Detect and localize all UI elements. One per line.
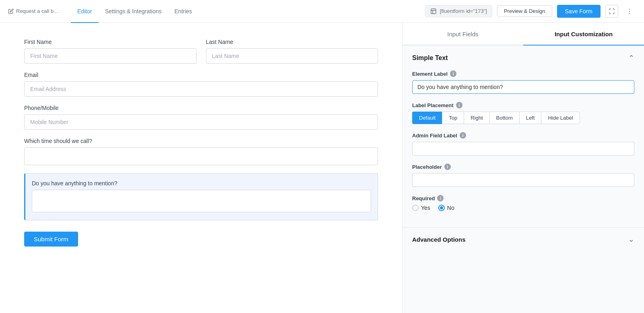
email-label: Email <box>24 72 378 78</box>
preview-button[interactable]: Preview & Design <box>497 5 552 17</box>
save-button[interactable]: Save Form <box>557 5 601 18</box>
shortcode-box[interactable]: [fluentform id="173"] <box>425 5 492 17</box>
label-placement-info[interactable]: i <box>456 102 462 108</box>
nav-tabs: Editor Settings & Integrations Entries <box>71 0 198 23</box>
breadcrumb-text: Request a call b... <box>16 8 58 14</box>
simple-text-section: Simple Text ⌃ Element Label i Label Plac… <box>402 46 644 227</box>
placeholder-heading: Placeholder i <box>412 164 634 170</box>
time-label: Which time should we call? <box>24 138 378 144</box>
form-area: First Name Last Name Email Phone/Mobile … <box>0 23 402 313</box>
required-heading: Required i <box>412 195 634 201</box>
advanced-title: Advanced Options <box>412 236 466 243</box>
last-name-input[interactable] <box>206 48 378 64</box>
nav-right: [fluentform id="173"] Preview & Design S… <box>425 5 636 18</box>
phone-field: Phone/Mobile <box>24 105 378 130</box>
last-name-label: Last Name <box>206 39 378 45</box>
tab-editor[interactable]: Editor <box>71 0 99 23</box>
placeholder-info[interactable]: i <box>444 164 451 170</box>
mention-label: Do you have anything to mention? <box>32 180 371 187</box>
required-group: Required i Yes No <box>412 195 634 211</box>
mention-field-selected: Do you have anything to mention? <box>24 173 378 220</box>
radio-group: Yes No <box>412 205 634 211</box>
tab-input-fields[interactable]: Input Fields <box>402 23 523 46</box>
collapse-toggle[interactable]: ⌃ <box>628 54 634 62</box>
fullscreen-button[interactable] <box>605 5 618 18</box>
last-name-field: Last Name <box>206 39 378 64</box>
time-input[interactable] <box>24 147 378 165</box>
phone-input[interactable] <box>24 114 378 130</box>
email-field: Email <box>24 72 378 97</box>
admin-field-label-heading: Admin Field Label i <box>412 132 634 139</box>
element-label-info[interactable]: i <box>450 70 456 77</box>
first-name-input[interactable] <box>24 48 196 64</box>
tab-entries[interactable]: Entries <box>168 0 199 23</box>
svg-point-1 <box>629 8 630 9</box>
advanced-options-header[interactable]: Advanced Options ⌄ <box>402 227 644 251</box>
more-options-button[interactable] <box>623 5 636 18</box>
admin-field-label-input[interactable] <box>412 142 634 155</box>
tab-input-customization[interactable]: Input Customization <box>523 23 644 46</box>
required-info[interactable]: i <box>437 195 444 201</box>
placement-right[interactable]: Right <box>464 112 489 124</box>
required-yes-radio[interactable] <box>412 205 419 211</box>
svg-point-3 <box>629 13 630 14</box>
phone-label: Phone/Mobile <box>24 105 378 111</box>
placement-left[interactable]: Left <box>519 112 541 124</box>
svg-point-2 <box>629 10 630 11</box>
placement-hide-label[interactable]: Hide Label <box>541 112 580 124</box>
fullscreen-icon <box>609 8 615 15</box>
element-label-group: Element Label i <box>412 70 634 94</box>
edit-icon <box>8 8 14 14</box>
placement-bottom[interactable]: Bottom <box>489 112 519 124</box>
required-no-radio[interactable] <box>438 205 445 211</box>
shortcode-icon <box>430 8 437 15</box>
placement-default[interactable]: Default <box>412 112 442 124</box>
required-yes-option[interactable]: Yes <box>412 205 430 211</box>
placeholder-group: Placeholder i <box>412 164 634 187</box>
section-header: Simple Text ⌃ <box>412 54 634 62</box>
top-nav: Request a call b... Editor Settings & In… <box>0 0 644 23</box>
panel-tabs: Input Fields Input Customization <box>402 23 644 46</box>
time-field: Which time should we call? <box>24 138 378 165</box>
required-no-option[interactable]: No <box>438 205 454 211</box>
first-name-label: First Name <box>24 39 196 45</box>
email-input[interactable] <box>24 81 378 97</box>
name-row: First Name Last Name <box>24 39 378 64</box>
placeholder-input[interactable] <box>412 173 634 187</box>
element-label-input[interactable] <box>412 80 634 94</box>
mention-textarea[interactable] <box>32 190 371 212</box>
admin-field-label-info[interactable]: i <box>460 132 466 139</box>
right-panel: Input Fields Input Customization Simple … <box>402 23 644 313</box>
placement-buttons: Default Top Right Bottom Left Hide Label <box>412 112 634 124</box>
element-label-heading: Element Label i <box>412 70 634 77</box>
label-placement-heading: Label Placement i <box>412 102 634 108</box>
main-layout: First Name Last Name Email Phone/Mobile … <box>0 23 644 313</box>
first-name-field: First Name <box>24 39 196 64</box>
tab-settings[interactable]: Settings & Integrations <box>99 0 168 23</box>
shortcode-text: [fluentform id="173"] <box>440 8 487 14</box>
label-placement-group: Label Placement i Default Top Right Bott… <box>412 102 634 124</box>
breadcrumb[interactable]: Request a call b... <box>8 8 58 14</box>
nav-left: Request a call b... Editor Settings & In… <box>8 0 198 23</box>
advanced-chevron: ⌄ <box>628 235 634 244</box>
admin-field-label-group: Admin Field Label i <box>412 132 634 155</box>
svg-rect-0 <box>431 9 436 14</box>
placement-top[interactable]: Top <box>442 112 464 124</box>
more-icon <box>626 8 633 15</box>
submit-button[interactable]: Submit Form <box>24 232 78 247</box>
section-title: Simple Text <box>412 54 448 62</box>
